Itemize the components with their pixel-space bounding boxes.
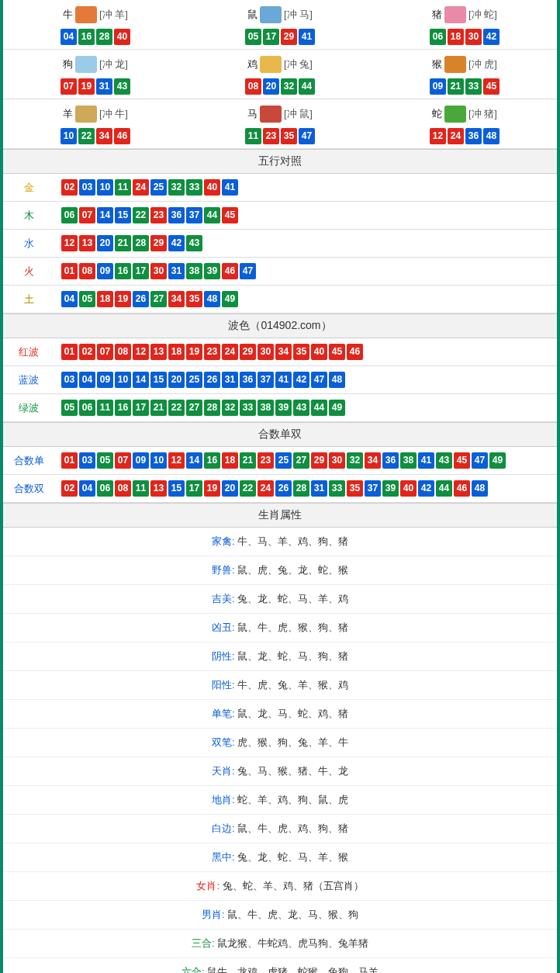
ball: 17: [133, 400, 149, 416]
ball: 19: [115, 291, 131, 307]
row-label: 土: [3, 286, 54, 313]
ball: 37: [365, 480, 381, 497]
table-row: 金 02031011242532334041: [3, 174, 557, 202]
ball: 15: [115, 207, 131, 223]
ball: 07: [79, 207, 95, 223]
ball: 28: [96, 29, 112, 45]
ball: 05: [61, 400, 78, 416]
table-row: 合数双 020406081113151719202224262831333537…: [3, 475, 557, 503]
ball: 11: [133, 480, 149, 497]
attr-value: 鼠、龙、马、蛇、鸡、猪: [237, 708, 348, 719]
ball: 26: [204, 372, 220, 388]
ball: 36: [465, 128, 482, 144]
row-balls: 1213202128294243: [54, 230, 557, 258]
ball: 04: [61, 291, 78, 307]
ball: 06: [97, 480, 113, 497]
ball: 10: [97, 179, 113, 196]
row-label: 合数单: [3, 447, 54, 475]
ball: 47: [240, 263, 256, 279]
ball: 09: [97, 263, 113, 279]
zodiac-clash: [冲 龙]: [99, 54, 128, 74]
ball: 40: [400, 480, 417, 497]
table-row: 水 1213202128294243: [3, 230, 557, 258]
ball: 11: [245, 128, 261, 144]
zodiac-name: 羊: [63, 104, 73, 124]
attr-value: 鼠、牛、虎、猴、狗、猪: [237, 622, 348, 633]
row-label: 合数双: [3, 475, 54, 503]
ball: 35: [281, 128, 297, 144]
ball: 27: [186, 400, 202, 416]
attr-value: 鼠、虎、兔、龙、蛇、猴: [237, 564, 348, 576]
ball: 20: [168, 372, 185, 388]
table-row: 木 06071415222336374445: [3, 202, 557, 230]
ball: 21: [448, 78, 464, 95]
shengxiao-header: 生肖属性: [3, 503, 557, 528]
ball: 42: [418, 480, 434, 497]
ball: 22: [133, 207, 149, 223]
ball: 15: [150, 372, 167, 388]
attr-value: 鼠龙猴、牛蛇鸡、虎马狗、兔羊猪: [217, 937, 368, 949]
ball: 28: [133, 235, 149, 251]
ball: 02: [61, 480, 78, 497]
zodiac-clash: [冲 兔]: [284, 54, 313, 74]
heshu-table: 合数单 010305070910121416182123252729303234…: [3, 447, 557, 503]
ball: 20: [222, 480, 238, 497]
ball: 17: [186, 480, 202, 497]
attr-label: 家禽:: [212, 535, 235, 547]
zodiac-balls: 04162840: [3, 28, 188, 46]
ball: 16: [204, 452, 220, 469]
zodiac-grid: 牛 [冲 羊] 04162840 鼠 [冲 马] 05172941 猪 [冲 蛇…: [3, 0, 557, 149]
ball: 09: [97, 372, 113, 388]
ball: 23: [150, 207, 167, 223]
attr-row: 地肖: 蛇、羊、鸡、狗、鼠、虎: [3, 786, 557, 815]
ball: 08: [115, 480, 131, 497]
zodiac-cell: 马 [冲 鼠] 11233547: [188, 99, 372, 149]
ball: 07: [60, 78, 77, 95]
ball: 09: [430, 78, 446, 95]
attr-label: 黑中:: [212, 851, 235, 863]
zodiac-balls: 12243648: [372, 127, 557, 145]
zodiac-balls: 05172941: [188, 28, 372, 46]
ball: 02: [79, 344, 95, 360]
ball: 49: [329, 400, 345, 416]
attr-row: 男肖: 鼠、牛、虎、龙、马、猴、狗: [3, 901, 557, 930]
zodiac-icon: [444, 56, 466, 73]
ball: 21: [115, 235, 131, 251]
ball: 12: [133, 344, 149, 360]
ball: 44: [436, 480, 452, 497]
attr-label: 女肖:: [196, 880, 220, 892]
bose-header: 波色（014902.com）: [3, 313, 557, 338]
zodiac-balls: 10223446: [3, 127, 188, 145]
ball: 06: [430, 29, 446, 45]
ball: 26: [275, 480, 292, 497]
ball: 09: [133, 452, 149, 469]
ball: 18: [222, 452, 238, 469]
attr-label: 天肖:: [212, 765, 235, 777]
ball: 22: [168, 400, 185, 416]
zodiac-balls: 06183042: [372, 28, 557, 46]
row-balls: 05061116172122272832333839434449: [54, 394, 557, 422]
ball: 26: [133, 291, 149, 307]
ball: 32: [347, 452, 363, 469]
ball: 20: [263, 78, 279, 95]
ball: 45: [483, 78, 500, 95]
ball: 33: [329, 480, 345, 497]
attr-value: 鼠、牛、虎、龙、马、猴、狗: [227, 909, 358, 920]
ball: 06: [79, 400, 95, 416]
heshu-header: 合数单双: [3, 422, 557, 447]
ball: 17: [133, 263, 149, 279]
ball: 30: [258, 344, 274, 360]
row-balls: 0102070812131819232429303435404546: [54, 338, 557, 366]
row-balls: 04051819262734354849: [54, 286, 557, 313]
ball: 36: [382, 452, 399, 469]
attr-row: 野兽: 鼠、虎、兔、龙、蛇、猴: [3, 556, 557, 585]
zodiac-icon: [75, 6, 97, 23]
ball: 47: [299, 128, 315, 144]
ball: 04: [79, 480, 95, 497]
zodiac-balls: 07193143: [3, 78, 188, 95]
zodiac-clash: [冲 鼠]: [284, 104, 313, 124]
attr-label: 三合:: [192, 937, 215, 949]
attr-value: 鼠牛、龙鸡、虎猪、蛇猴、兔狗、马羊: [207, 966, 379, 973]
zodiac-cell: 蛇 [冲 猪] 12243648: [372, 99, 557, 149]
ball: 32: [222, 400, 238, 416]
